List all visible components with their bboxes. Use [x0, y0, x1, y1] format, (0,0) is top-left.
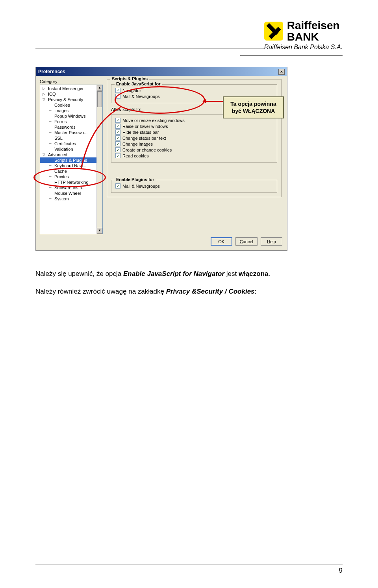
- tree-item[interactable]: ⋯Certificates: [40, 141, 102, 146]
- ok-button[interactable]: OK: [211, 237, 232, 246]
- tree-branch-icon: ⋯: [49, 103, 52, 107]
- tree-item[interactable]: ⋯Cache: [40, 168, 102, 174]
- tree-item[interactable]: ⋯System: [40, 196, 102, 202]
- tree-branch-icon: ⋯: [49, 136, 52, 140]
- dialog-title: Preferences: [38, 69, 65, 74]
- help-button[interactable]: Help: [261, 237, 282, 246]
- checkbox-label: Create or change cookies: [122, 148, 172, 152]
- checkbox-icon[interactable]: ✓: [115, 124, 120, 129]
- tree-item[interactable]: ⋯Images: [40, 108, 102, 113]
- checkbox-icon[interactable]: ✓: [115, 141, 120, 146]
- scroll-thumb[interactable]: [97, 91, 102, 107]
- tree-item-label: Proxies: [54, 174, 69, 179]
- checkbox-icon[interactable]: ✓: [115, 88, 120, 93]
- tree-item[interactable]: ⋯Mouse Wheel: [40, 190, 102, 196]
- tree-item[interactable]: ⋯Popup Windows: [40, 113, 102, 119]
- p1-text-b: Enable JavaScript for Navigator: [123, 270, 224, 277]
- tree-item[interactable]: ⋯Passwords: [40, 124, 102, 130]
- tree-item-label: Keyboard Navi...: [54, 163, 86, 168]
- checkbox-icon[interactable]: [115, 94, 120, 99]
- tree-item[interactable]: ⋯Scripts & Plugins: [40, 157, 102, 163]
- checkbox-label: Navigator: [122, 88, 141, 93]
- tree-item[interactable]: ⋯Cookies: [40, 102, 102, 108]
- tree-item-label: Master Passwo...: [54, 130, 87, 135]
- checkbox-row[interactable]: ✓Change images: [115, 141, 273, 146]
- expander-icon[interactable]: ▽: [43, 98, 46, 102]
- checkbox-row[interactable]: ✓Change status bar text: [115, 135, 273, 141]
- p2-text-c: :: [255, 288, 257, 295]
- callout-line-2: być WŁĄCZONA: [232, 108, 275, 114]
- brand-block: Raiffeisen BANK Raiffeisen Bank Polska S…: [264, 20, 343, 51]
- checkbox-row[interactable]: ✓Read cookies: [115, 153, 273, 158]
- tree-item-label: Software Insta...: [54, 185, 85, 190]
- checkbox-icon[interactable]: ✓: [115, 153, 120, 158]
- scroll-down-icon[interactable]: ▼: [97, 228, 102, 234]
- checkbox-label: Hide the status bar: [122, 130, 159, 135]
- raiffeisen-logo-icon: [264, 22, 283, 41]
- tree-item[interactable]: ▽Privacy & Security: [40, 97, 102, 102]
- checkbox-icon[interactable]: ✓: [115, 129, 120, 135]
- checkbox-icon[interactable]: ✓: [115, 135, 120, 141]
- tree-item[interactable]: ⋯HTTP Networking: [40, 179, 102, 185]
- tree-item[interactable]: ▷Instant Messenger: [40, 86, 102, 91]
- tree-item[interactable]: ⋯Proxies: [40, 174, 102, 179]
- tree-item-label: System: [54, 196, 69, 201]
- checkbox-row[interactable]: ✓Create or change cookies: [115, 147, 273, 152]
- tree-branch-icon: ⋯: [49, 169, 52, 173]
- close-button[interactable]: ×: [278, 69, 285, 75]
- expander-icon[interactable]: ▷: [43, 92, 46, 96]
- tree-item[interactable]: ⋯Master Passwo...: [40, 130, 102, 135]
- tree-item-label: Forms: [54, 119, 67, 124]
- tree-branch-icon: ⋯: [49, 147, 52, 151]
- tree-branch-icon: ⋯: [49, 180, 52, 184]
- allow-scripts-group: ✓Move or resize existing windows✓Raise o…: [111, 114, 277, 163]
- tree-item[interactable]: ⋯Keyboard Navi...: [40, 163, 102, 168]
- tree-branch-icon: ⋯: [49, 197, 52, 201]
- checkbox-label: Change images: [122, 142, 153, 146]
- category-tree[interactable]: ▷Instant Messenger▷ICQ▽Privacy & Securit…: [40, 85, 103, 234]
- tree-item[interactable]: ⋯Forms: [40, 119, 102, 124]
- callout-arrow: [206, 101, 223, 102]
- enable-plugins-legend: Enable Plugins for: [115, 177, 156, 182]
- callout-box: Ta opcja powinna być WŁĄCZONA: [223, 96, 284, 118]
- tree-item-label: Privacy & Security: [48, 97, 83, 102]
- tree-branch-icon: ⋯: [49, 120, 52, 124]
- tree-item[interactable]: ⋯SSL: [40, 135, 102, 141]
- page-header: Raiffeisen BANK Raiffeisen Bank Polska S…: [35, 20, 343, 55]
- page-number: 9: [339, 567, 343, 575]
- tree-item-label: Passwords: [54, 125, 76, 129]
- dialog-titlebar: Preferences ×: [36, 67, 287, 76]
- tree-item-label: HTTP Networking: [54, 180, 89, 185]
- tree-item-label: Popup Windows: [54, 114, 86, 118]
- tree-scrollbar[interactable]: ▲ ▼: [96, 85, 102, 234]
- checkbox-row[interactable]: ✓Mail & Newsgroups: [115, 183, 273, 189]
- tree-branch-icon: ⋯: [49, 186, 52, 190]
- checkbox-row[interactable]: ✓Hide the status bar: [115, 129, 273, 135]
- tree-item-label: Advanced: [48, 152, 67, 157]
- tree-branch-icon: ⋯: [49, 125, 52, 129]
- cancel-button[interactable]: Cancel: [235, 237, 258, 246]
- tree-item[interactable]: ▷ICQ: [40, 91, 102, 97]
- expander-icon[interactable]: ▷: [43, 87, 46, 91]
- brand-name-1: Raiffeisen: [287, 20, 340, 31]
- tree-item[interactable]: ▽Advanced: [40, 152, 102, 157]
- tree-item-label: Instant Messenger: [48, 86, 84, 91]
- checkbox-icon[interactable]: ✓: [115, 183, 120, 189]
- checkbox-icon[interactable]: ✓: [115, 118, 120, 123]
- tree-branch-icon: ⋯: [49, 175, 52, 179]
- p1-text-c: jest: [224, 270, 239, 277]
- p1-text-a: Należy się upewnić, że opcja: [35, 270, 123, 277]
- scroll-up-icon[interactable]: ▲: [97, 85, 102, 91]
- brand-name-2: BANK: [287, 31, 340, 43]
- p2-text-a: Należy również zwrócić uwagę na zakładkę: [35, 288, 166, 295]
- tree-item-label: Mouse Wheel: [54, 191, 81, 196]
- checkbox-row[interactable]: ✓Raise or lower windows: [115, 124, 273, 129]
- tree-item[interactable]: ⋯Validation: [40, 146, 102, 152]
- expander-icon[interactable]: ▽: [43, 153, 46, 157]
- tree-item-label: Images: [54, 108, 69, 113]
- checkbox-row[interactable]: ✓Navigator: [115, 88, 273, 93]
- header-rule-2: [240, 55, 343, 55]
- preferences-dialog: Preferences × Ta opcja powinna być WŁĄCZ…: [35, 67, 287, 251]
- tree-item[interactable]: ⋯Software Insta...: [40, 185, 102, 190]
- checkbox-icon[interactable]: ✓: [115, 147, 120, 152]
